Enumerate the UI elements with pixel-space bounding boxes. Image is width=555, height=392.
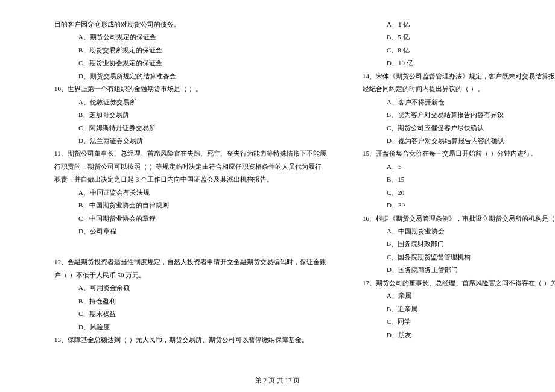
q12-option-b: B、持仓盈利	[54, 295, 326, 308]
two-column-layout: 目的客户因穿仓形成的对期货公司的债务。 A、期货公司规定的保证金 B、期货交易所…	[54, 18, 519, 362]
q16-option-b: B、国务院财政部门	[363, 238, 555, 250]
right-column: A、1 亿 B、5 亿 C、8 亿 D、10 亿 14、宋体《期货公司监督管理办…	[363, 18, 555, 362]
q10-option-a: A、伦敦证券交易所	[54, 96, 326, 109]
q14-stem-line2: 经纪合同约定的时间内提出异议的（ ）。	[363, 83, 555, 95]
q10-stem: 10、世界上第一个有组织的金融期货市场是（ ）。	[54, 83, 326, 95]
q12-option-a: A、可用资金余额	[54, 282, 326, 294]
q13-stem: 13、保障基金总额达到（ ）元人民币，期货交易所、期货公司可以暂停缴纳保障基金。	[54, 334, 326, 346]
q11-stem-line2: 行职责的，期货公司可以按照（ ）等规定临时决定由符合相应任职资格条件的人员代为履…	[54, 160, 326, 173]
q17-option-a: A、亲属	[363, 289, 555, 302]
q12-option-c: C、期末权益	[54, 308, 326, 320]
q9-option-c: C、期货业协会规定的保证金	[54, 57, 326, 69]
q11-option-b: B、中国期货业协会的自律规则	[54, 199, 326, 212]
page-footer: 第 2 页 共 17 页	[0, 376, 555, 385]
q15-option-b: B、15	[363, 173, 555, 186]
q13-option-a: A、1 亿	[363, 18, 555, 31]
q15-stem: 15、开盘价集合竞价在每一交易日开始前（ ）分钟内进行。	[363, 147, 555, 160]
q14-stem-line1: 14、宋体《期货公司监督管理办法》规定，客户既未对交易结算报告的内容确认，也未在…	[363, 70, 555, 83]
q11-stem-line3: 职责，并自做出决定之日起 3 个工作日内向中国证监会及其派出机构报告。	[54, 173, 326, 186]
q17-option-d: D、朋友	[363, 329, 555, 341]
q11-option-d: D、公司章程	[54, 225, 326, 238]
q16-option-d: D、国务院商务主管部门	[363, 264, 555, 276]
q16-option-c: C、国务院期货监督管理机构	[363, 251, 555, 264]
q13-option-b: B、5 亿	[363, 31, 555, 43]
q11-option-a: A、中国证监会有关法规	[54, 186, 326, 199]
q17-stem: 17、期货公司的董事长、总经理、首席风险官之间不得存在（ ）关系。	[363, 277, 555, 289]
q12-stem-line1: 12、金融期货投资者适当性制度规定，自然人投资者申请开立金融期货交易编码时，保证…	[54, 256, 326, 268]
q13-option-d: D、10 亿	[363, 57, 555, 69]
q10-option-b: B、芝加哥交易所	[54, 109, 326, 121]
q10-option-c: C、阿姆斯特丹证券交易所	[54, 122, 326, 134]
q9-option-b: B、期货交易所规定的保证金	[54, 44, 326, 57]
q14-option-d: D、视为客户对交易结算报告内容的确认	[363, 134, 555, 147]
q10-option-d: D、法兰西证券交易所	[54, 134, 326, 147]
q17-option-b: B、近亲属	[363, 303, 555, 315]
q16-stem: 16、根据《期货交易管理条例》，审批设立期货交易所的机构是（ ）。	[363, 212, 555, 225]
q11-option-c: C、中国期货业协会的章程	[54, 212, 326, 225]
q-continuation: 目的客户因穿仓形成的对期货公司的债务。	[54, 18, 326, 31]
blank-space	[54, 238, 326, 256]
q15-option-c: C、20	[363, 186, 555, 199]
q14-option-a: A、客户不得开新仓	[363, 96, 555, 109]
q11-stem-line1: 11、期货公司董事长、总经理、首席风险官在失踪、死亡、丧失行为能力等特殊情形下不…	[54, 147, 326, 160]
q13-option-c: C、8 亿	[363, 44, 555, 57]
q12-option-d: D、风险度	[54, 321, 326, 334]
q14-option-b: B、视为客户对交易结算报告内容有异议	[363, 109, 555, 121]
q9-option-a: A、期货公司规定的保证金	[54, 31, 326, 43]
q14-option-c: C、期货公司应催促客户尽快确认	[363, 122, 555, 134]
q9-option-d: D、期货交易所规定的结算准备金	[54, 70, 326, 83]
q15-option-d: D、30	[363, 199, 555, 212]
q17-option-c: C、同学	[363, 315, 555, 328]
q12-stem-line2: 户（ ）不低于人民币 50 万元。	[54, 269, 326, 282]
q16-option-a: A、中国期货业协会	[363, 225, 555, 238]
q15-option-a: A、5	[363, 160, 555, 173]
left-column: 目的客户因穿仓形成的对期货公司的债务。 A、期货公司规定的保证金 B、期货交易所…	[54, 18, 326, 362]
